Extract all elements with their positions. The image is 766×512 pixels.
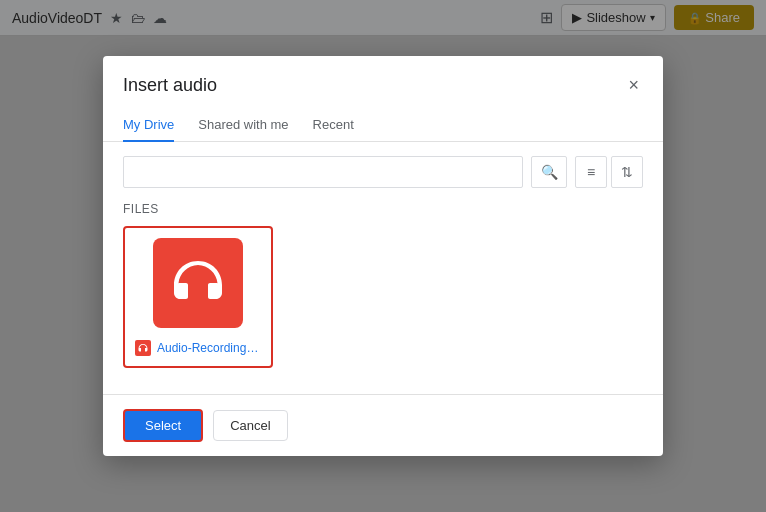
select-button[interactable]: Select <box>123 409 203 442</box>
search-icon: 🔍 <box>541 164 558 180</box>
sort-icon: ⇅ <box>621 164 633 180</box>
modal-title: Insert audio <box>123 75 217 96</box>
headphone-icon <box>168 253 228 313</box>
view-buttons: ≡ ⇅ <box>575 156 643 188</box>
search-row: 🔍 ≡ ⇅ <box>103 142 663 202</box>
file-type-icon <box>138 343 148 353</box>
tab-my-drive[interactable]: My Drive <box>123 109 174 142</box>
modal-footer: Select Cancel <box>103 394 663 456</box>
list-icon: ≡ <box>587 164 595 180</box>
file-icon-wrapper <box>153 238 243 328</box>
close-button[interactable]: × <box>624 72 643 98</box>
insert-audio-modal: Insert audio × My Drive Shared with me R… <box>103 56 663 456</box>
list-view-button[interactable]: ≡ <box>575 156 607 188</box>
search-input[interactable] <box>123 156 523 188</box>
tab-recent[interactable]: Recent <box>313 109 354 142</box>
file-item[interactable]: Audio-Recording-1... <box>123 226 273 368</box>
modal-tabs: My Drive Shared with me Recent <box>103 108 663 142</box>
search-button[interactable]: 🔍 <box>531 156 567 188</box>
tab-shared-with-me[interactable]: Shared with me <box>198 109 288 142</box>
sort-button[interactable]: ⇅ <box>611 156 643 188</box>
cancel-button[interactable]: Cancel <box>213 410 287 441</box>
files-grid: Audio-Recording-1... <box>123 226 643 368</box>
file-name: Audio-Recording-1... <box>157 341 261 355</box>
modal-header: Insert audio × <box>103 56 663 98</box>
modal-overlay: Insert audio × My Drive Shared with me R… <box>0 0 766 512</box>
files-section: Files <box>103 202 663 374</box>
file-name-row: Audio-Recording-1... <box>135 340 261 356</box>
files-label: Files <box>123 202 643 216</box>
file-small-icon <box>135 340 151 356</box>
